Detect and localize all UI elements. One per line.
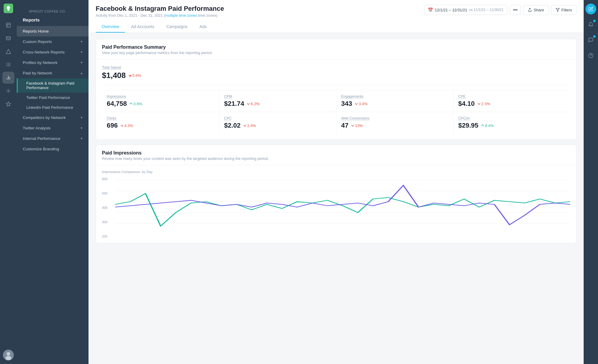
- nav-compose[interactable]: [2, 19, 14, 31]
- sidebar-item-paid-by-network[interactable]: Paid by Network ▴: [17, 68, 89, 78]
- svg-point-15: [7, 352, 10, 356]
- timezone-link[interactable]: multiple time zones: [165, 13, 197, 18]
- right-panel: [584, 0, 598, 364]
- date-range-text: 12/1/21 – 12/31/21: [435, 8, 467, 12]
- sidebar-item-internal-performance[interactable]: Internal Performance ▾: [17, 133, 89, 144]
- cpm-change: 6.2%: [247, 102, 260, 106]
- sidebar-item-competitors-by-network[interactable]: Competitors by Network ▾: [17, 112, 89, 123]
- impressions-cell: Impressions 64,758 0.6%: [102, 90, 219, 112]
- chart-area: [115, 177, 570, 238]
- nav-inbox[interactable]: [2, 32, 14, 44]
- tab-overview[interactable]: Overview: [96, 21, 125, 33]
- paid-impressions-card: Paid Impressions Review how many times y…: [96, 145, 576, 243]
- sidebar-item-cross-network[interactable]: Cross-Network Reports ▾: [17, 47, 89, 57]
- tab-ads[interactable]: Ads: [193, 21, 213, 33]
- total-spend-change: 5.6%: [128, 73, 141, 78]
- cross-network-label: Cross-Network Reports: [23, 50, 81, 54]
- competitors-by-network-label: Competitors by Network: [23, 115, 81, 120]
- svg-rect-2: [6, 23, 10, 27]
- nav-social-feed[interactable]: [2, 98, 14, 110]
- sidebar-item-twitter-analysis[interactable]: Twitter Analysis ▾: [17, 123, 89, 133]
- y-label-600: 600: [102, 177, 112, 181]
- cpcon-cell: CPCon $29.95 8.4%: [453, 112, 570, 134]
- share-icon: [528, 8, 532, 12]
- header-top: Facebook & Instagram Paid Performance Ac…: [96, 5, 576, 18]
- messages-button[interactable]: [585, 35, 596, 45]
- impressions-subtitle: Review how many times your content was s…: [102, 157, 570, 161]
- metrics-section: Total Spend $1,408 5.6% Impressions: [96, 59, 576, 140]
- summary-subtitle: View your key page performance metrics f…: [102, 51, 570, 55]
- impressions-value: 64,758 0.6%: [107, 100, 214, 108]
- chevron-paid-by-network: ▴: [81, 71, 83, 75]
- message-icon: [588, 37, 594, 43]
- cpcon-change: 8.4%: [481, 123, 494, 128]
- svg-rect-0: [7, 10, 9, 10]
- help-button[interactable]: [585, 50, 596, 61]
- chevron-profiles-by-network: ▾: [81, 61, 83, 65]
- chart-container: 600 500 400 300 200: [102, 177, 570, 238]
- sidebar-item-fb-ig-paid[interactable]: Facebook & Instagram Paid Performance: [17, 78, 89, 93]
- sidebar-item-custom-reports[interactable]: Custom Reports ▾: [17, 36, 89, 47]
- compose-button[interactable]: [585, 4, 596, 14]
- main-tabs: Overview Ad Accounts Campaigns Ads: [96, 21, 576, 33]
- cpcon-label: CPCon: [458, 116, 566, 120]
- impressions-card-header: Paid Impressions Review how many times y…: [96, 145, 576, 165]
- svg-point-12: [8, 90, 9, 92]
- sidebar-item-linkedin-paid[interactable]: LinkedIn Paid Performance: [17, 103, 89, 112]
- twitter-analysis-label: Twitter Analysis: [23, 126, 81, 130]
- internal-performance-label: Internal Performance: [23, 136, 81, 141]
- brand-area: Sprout Coffee Co. Reports: [17, 0, 89, 22]
- total-spend-label: Total Spend: [102, 65, 570, 70]
- chevron-custom-reports: ▾: [81, 40, 83, 44]
- notifications-button[interactable]: [585, 19, 596, 30]
- compose-icon: [588, 7, 593, 11]
- brand-company: Sprout Coffee Co.: [23, 5, 83, 17]
- tab-campaigns[interactable]: Campaigns: [160, 21, 193, 33]
- svg-marker-5: [6, 49, 11, 54]
- sidebar-item-reports-home[interactable]: Reports Home: [17, 26, 89, 36]
- ellipsis-icon: •••: [513, 7, 518, 12]
- y-label-200: 200: [102, 235, 112, 238]
- nav-automation[interactable]: [2, 85, 14, 97]
- more-options-button[interactable]: •••: [510, 5, 521, 15]
- summary-title: Paid Performance Summary: [102, 45, 570, 50]
- clicks-cell: Clicks 696 4.3%: [102, 112, 219, 134]
- user-avatar[interactable]: [3, 350, 14, 360]
- reports-home-label: Reports Home: [23, 29, 83, 33]
- svg-point-23: [589, 53, 593, 58]
- impressions-change: 0.6%: [129, 102, 142, 106]
- nav-tasks[interactable]: [2, 59, 14, 71]
- nav-publish[interactable]: [2, 45, 14, 57]
- chart-y-axis: 600 500 400 300 200: [102, 177, 113, 238]
- date-range-button[interactable]: 📅 12/1/21 – 12/31/21 vs 11/1/21 – 11/30/…: [424, 5, 507, 15]
- customize-branding-label: Customize Branding: [23, 147, 83, 151]
- main-area: Facebook & Instagram Paid Performance Ac…: [89, 0, 584, 364]
- tab-ad-accounts[interactable]: Ad Accounts: [125, 21, 160, 33]
- twitter-paid-label: Twitter Paid Performance: [26, 95, 70, 100]
- impressions-label: Impressions: [107, 94, 214, 99]
- sidebar-item-twitter-paid[interactable]: Twitter Paid Performance: [17, 93, 89, 103]
- svg-marker-17: [556, 8, 559, 12]
- cpe-value: $4.10 2.3%: [458, 100, 566, 108]
- sidebar-item-customize-branding[interactable]: Customize Branding: [17, 144, 89, 154]
- cpcon-value: $29.95 8.4%: [458, 122, 566, 129]
- nav-analytics[interactable]: [2, 72, 14, 84]
- down-arrow-icon: [128, 74, 132, 77]
- web-conversions-value: 47 13%: [341, 122, 448, 129]
- down-arrow-icon-cpm: [247, 102, 250, 105]
- chart-section: Impressions Comparison, by Day 600 500 4…: [96, 165, 576, 243]
- engagements-label: Engagements: [341, 94, 448, 99]
- svg-rect-1: [8, 10, 9, 11]
- y-label-400: 400: [102, 206, 112, 209]
- main-header: Facebook & Instagram Paid Performance Ac…: [89, 0, 584, 33]
- engagements-value: 343 3.4%: [341, 100, 448, 108]
- down-arrow-cpc: [243, 124, 247, 127]
- chevron-competitors: ▾: [81, 116, 83, 120]
- sidebar-item-profiles-by-network[interactable]: Profiles by Network ▾: [17, 57, 89, 68]
- web-conversions-label: Web Conversions: [341, 116, 448, 120]
- filters-button[interactable]: Filters: [551, 5, 576, 15]
- share-button[interactable]: Share: [523, 5, 549, 15]
- web-conversions-cell: Web Conversions 47 13%: [336, 112, 453, 134]
- filters-icon: [556, 8, 560, 12]
- app-logo[interactable]: [4, 4, 13, 13]
